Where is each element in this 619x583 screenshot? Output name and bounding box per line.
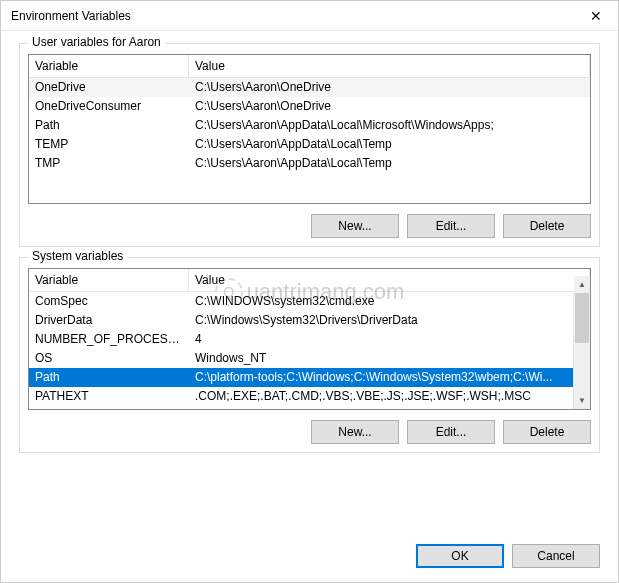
system-buttons: New... Edit... Delete [28, 420, 591, 444]
cell-variable: OneDrive [29, 78, 189, 97]
cell-value: 4 [189, 330, 573, 349]
list-header: Variable Value [29, 269, 590, 292]
cancel-button[interactable]: Cancel [512, 544, 600, 568]
close-button[interactable]: ✕ [573, 1, 618, 31]
user-variables-list[interactable]: Variable Value OneDriveC:\Users\Aaron\On… [28, 54, 591, 204]
table-row[interactable]: OneDriveConsumerC:\Users\Aaron\OneDrive [29, 97, 590, 116]
user-group-label: User variables for Aaron [28, 35, 165, 49]
scrollbar[interactable]: ▲ ▼ [573, 293, 590, 409]
system-group-label: System variables [28, 249, 127, 263]
close-icon: ✕ [590, 8, 602, 24]
user-buttons: New... Edit... Delete [28, 214, 591, 238]
scrollbar-thumb[interactable] [575, 293, 589, 343]
table-row[interactable]: OSWindows_NT [29, 349, 573, 368]
cell-variable: DriverData [29, 311, 189, 330]
cell-value: C:\Users\Aaron\OneDrive [189, 97, 590, 116]
cell-value: C:\platform-tools;C:\Windows;C:\Windows\… [189, 368, 573, 387]
system-new-button[interactable]: New... [311, 420, 399, 444]
user-edit-button[interactable]: Edit... [407, 214, 495, 238]
cell-variable: TMP [29, 154, 189, 173]
cell-value: C:\Users\Aaron\AppData\Local\Temp [189, 135, 590, 154]
cell-value: C:\Windows\System32\Drivers\DriverData [189, 311, 573, 330]
window-title: Environment Variables [11, 9, 131, 23]
table-row[interactable]: DriverDataC:\Windows\System32\Drivers\Dr… [29, 311, 573, 330]
cell-value: C:\Users\Aaron\AppData\Local\Temp [189, 154, 590, 173]
list-header: Variable Value [29, 55, 590, 78]
dialog-buttons: OK Cancel [1, 534, 618, 582]
cell-value: .COM;.EXE;.BAT;.CMD;.VBS;.VBE;.JS;.JSE;.… [189, 387, 573, 406]
ok-button[interactable]: OK [416, 544, 504, 568]
system-variables-list[interactable]: Variable Value ComSpecC:\WINDOWS\system3… [28, 268, 591, 410]
table-row[interactable]: PathC:\platform-tools;C:\Windows;C:\Wind… [29, 368, 573, 387]
scroll-up-icon[interactable]: ▲ [574, 276, 590, 293]
col-header-variable[interactable]: Variable [29, 269, 189, 291]
user-new-button[interactable]: New... [311, 214, 399, 238]
col-header-value[interactable]: Value [189, 55, 590, 77]
cell-value: C:\WINDOWS\system32\cmd.exe [189, 292, 573, 311]
table-row[interactable]: ComSpecC:\WINDOWS\system32\cmd.exe [29, 292, 573, 311]
env-vars-dialog: Environment Variables ✕ User variables f… [0, 0, 619, 583]
table-row[interactable]: OneDriveC:\Users\Aaron\OneDrive [29, 78, 590, 97]
table-row[interactable]: PathC:\Users\Aaron\AppData\Local\Microso… [29, 116, 590, 135]
user-delete-button[interactable]: Delete [503, 214, 591, 238]
cell-variable: PROCESSOR_ARCHITECTURE [29, 406, 189, 410]
system-delete-button[interactable]: Delete [503, 420, 591, 444]
cell-variable: ComSpec [29, 292, 189, 311]
system-edit-button[interactable]: Edit... [407, 420, 495, 444]
table-row[interactable]: TEMPC:\Users\Aaron\AppData\Local\Temp [29, 135, 590, 154]
table-row[interactable]: TMPC:\Users\Aaron\AppData\Local\Temp [29, 154, 590, 173]
user-variables-group: User variables for Aaron Variable Value … [19, 43, 600, 247]
table-row[interactable]: NUMBER_OF_PROCESSORS4 [29, 330, 573, 349]
cell-value: C:\Users\Aaron\OneDrive [189, 78, 590, 97]
cell-variable: OS [29, 349, 189, 368]
col-header-variable[interactable]: Variable [29, 55, 189, 77]
cell-value: C:\Users\Aaron\AppData\Local\Microsoft\W… [189, 116, 590, 135]
titlebar: Environment Variables ✕ [1, 1, 618, 31]
system-variables-group: System variables Variable Value ComSpecC… [19, 257, 600, 453]
cell-variable: PATHEXT [29, 387, 189, 406]
table-row[interactable]: PATHEXT.COM;.EXE;.BAT;.CMD;.VBS;.VBE;.JS… [29, 387, 573, 406]
cell-variable: Path [29, 368, 189, 387]
cell-variable: Path [29, 116, 189, 135]
cell-variable: OneDriveConsumer [29, 97, 189, 116]
cell-value: AMD64 [189, 406, 573, 410]
cell-value: Windows_NT [189, 349, 573, 368]
dialog-body: User variables for Aaron Variable Value … [1, 31, 618, 534]
col-header-value[interactable]: Value [189, 269, 590, 291]
scroll-down-icon[interactable]: ▼ [574, 392, 590, 409]
table-row[interactable]: PROCESSOR_ARCHITECTUREAMD64 [29, 406, 573, 410]
cell-variable: TEMP [29, 135, 189, 154]
cell-variable: NUMBER_OF_PROCESSORS [29, 330, 189, 349]
